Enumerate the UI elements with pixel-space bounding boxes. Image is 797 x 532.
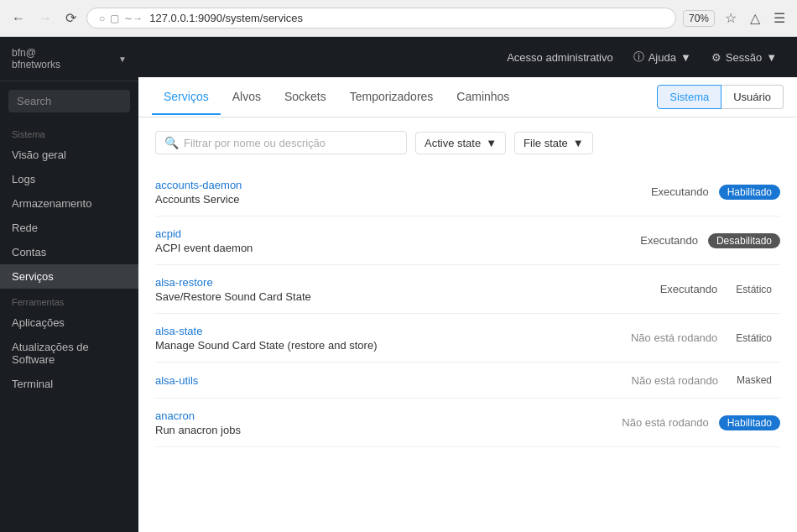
page-icon: ▢	[110, 13, 119, 24]
tab-servicos[interactable]: Serviços	[152, 80, 221, 115]
service-status: Não está rodando Habilitado	[622, 415, 780, 430]
ajuda-chevron-icon: ▼	[680, 51, 691, 64]
reload-button[interactable]: ⟳	[62, 8, 80, 28]
ajuda-icon: ⓘ	[633, 50, 644, 65]
service-status: Executando Estático	[660, 282, 780, 297]
address-bar-icons: ○ ▢ ∼→	[99, 13, 143, 24]
sidebar-item-atualizacoes[interactable]: Atualizações de Software	[0, 335, 138, 372]
service-running-status: Não está rodando	[631, 331, 717, 344]
service-description: Manage Sound Card State (restore and sto…	[155, 339, 631, 352]
zoom-badge[interactable]: 70%	[683, 10, 715, 27]
filter-bar: 🔍 Active state ▼ File state ▼	[155, 131, 780, 154]
service-running-status: Não está rodando	[622, 416, 708, 429]
active-state-dropdown[interactable]: Active state ▼	[415, 132, 506, 154]
sidebar: bfn@ bfnetworks ▼ Sistema Visão geral Lo…	[0, 37, 138, 532]
service-name-link[interactable]: anacron	[155, 409, 195, 422]
service-row: alsa-state Manage Sound Card State (rest…	[155, 314, 780, 362]
service-status: Executando Desabilitado	[640, 233, 780, 248]
service-status: Executando Habilitado	[651, 185, 780, 200]
page-tabs: Serviços Alvos Sockets Temporizadores Ca…	[138, 77, 797, 117]
service-name-link[interactable]: alsa-utils	[155, 374, 198, 387]
service-status: Não está rodando Estático	[631, 331, 780, 346]
app-wrapper: bfn@ bfnetworks ▼ Sistema Visão geral Lo…	[0, 37, 797, 532]
service-running-status: Executando	[651, 185, 709, 198]
tab-alvos[interactable]: Alvos	[221, 80, 273, 115]
user-info: bfn@ bfnetworks	[12, 47, 60, 70]
sidebar-item-aplicacoes[interactable]: Aplicações	[0, 310, 138, 335]
service-running-status: Executando	[660, 283, 718, 295]
back-button[interactable]: ←	[8, 9, 29, 28]
service-row: acpid ACPI event daemon Executando Desab…	[155, 216, 780, 265]
file-state-chevron-icon: ▼	[573, 137, 584, 149]
service-badge: Masked	[728, 373, 780, 388]
address-bar[interactable]: ○ ▢ ∼→ 127.0.0.1:9090/system/services	[86, 8, 676, 29]
sessao-chevron-icon: ▼	[766, 51, 777, 64]
service-name-link[interactable]: alsa-state	[155, 325, 202, 337]
services-content: 🔍 Active state ▼ File state ▼ accounts-d…	[138, 117, 797, 532]
service-description: Save/Restore Sound Card State	[155, 290, 660, 303]
service-description: ACPI event daemon	[155, 242, 640, 254]
shield-icon: ○	[99, 13, 105, 24]
service-name-link[interactable]: acpid	[155, 227, 181, 240]
browser-chrome: ← → ⟳ ○ ▢ ∼→ 127.0.0.1:9090/system/servi…	[0, 0, 797, 37]
service-row: alsa-utils Não está rodando Masked	[155, 362, 780, 399]
tab-temporizadores[interactable]: Temporizadores	[338, 80, 445, 115]
sidebar-item-armazenamento[interactable]: Armazenamento	[0, 191, 138, 216]
service-description: Accounts Service	[155, 193, 651, 206]
tab-caminhos[interactable]: Caminhos	[445, 80, 521, 115]
sidebar-item-visao-geral[interactable]: Visão geral	[0, 143, 138, 167]
user-handle: bfn@	[12, 47, 36, 59]
service-status: Não está rodando Masked	[632, 373, 780, 388]
profile-icon[interactable]: △	[747, 8, 763, 28]
sidebar-section-ferramentas: Ferramentas	[0, 289, 138, 310]
sidebar-item-contas[interactable]: Contas	[0, 240, 138, 264]
service-badge: Habilitado	[719, 415, 780, 430]
usuario-button[interactable]: Usuário	[721, 85, 784, 109]
sidebar-item-servicos[interactable]: Serviços	[0, 264, 138, 289]
user-chevron-icon: ▼	[118, 55, 127, 64]
sidebar-item-logs[interactable]: Logs	[0, 167, 138, 191]
ajuda-button[interactable]: ⓘ Ajuda ▼	[627, 45, 698, 69]
service-info: alsa-restore Save/Restore Sound Card Sta…	[155, 275, 660, 303]
topbar: Acesso administrativo ⓘ Ajuda ▼ ⚙ Sessão…	[138, 37, 797, 77]
service-info: alsa-state Manage Sound Card State (rest…	[155, 324, 631, 352]
sidebar-item-rede[interactable]: Rede	[0, 216, 138, 240]
service-list: accounts-daemon Accounts Service Executa…	[155, 168, 780, 447]
menu-icon[interactable]: ☰	[770, 8, 789, 28]
service-row: accounts-daemon Accounts Service Executa…	[155, 168, 780, 216]
service-badge: Estático	[727, 282, 780, 297]
forward-button[interactable]: →	[35, 9, 55, 28]
bookmark-icon[interactable]: ☆	[721, 8, 740, 28]
service-info: accounts-daemon Accounts Service	[155, 178, 651, 206]
service-info: acpid ACPI event daemon	[155, 227, 640, 254]
service-description: Run anacron jobs	[155, 424, 622, 436]
sidebar-user[interactable]: bfn@ bfnetworks ▼	[0, 37, 138, 81]
sidebar-item-terminal[interactable]: Terminal	[0, 372, 138, 396]
service-badge: Habilitado	[719, 185, 780, 200]
filter-search-container[interactable]: 🔍	[155, 131, 407, 154]
file-state-dropdown[interactable]: File state ▼	[514, 132, 593, 154]
service-row: anacron Run anacron jobs Não está rodand…	[155, 399, 780, 447]
sidebar-search-input[interactable]	[8, 90, 130, 112]
service-running-status: Executando	[640, 234, 698, 247]
service-name-link[interactable]: accounts-daemon	[155, 179, 242, 191]
sistema-button[interactable]: Sistema	[657, 85, 721, 109]
user-org: bfnetworks	[12, 59, 60, 70]
url-text: 127.0.0.1:9090/system/services	[149, 12, 664, 24]
content-area: Acesso administrativo ⓘ Ajuda ▼ ⚙ Sessão…	[138, 37, 797, 532]
tab-sockets[interactable]: Sockets	[273, 80, 338, 115]
sessao-button[interactable]: ⚙ Sessão ▼	[705, 47, 784, 68]
sidebar-section-sistema: Sistema	[0, 121, 138, 143]
acesso-label: Acesso administrativo	[507, 51, 612, 64]
service-name-link[interactable]: alsa-restore	[155, 276, 213, 289]
service-row: alsa-restore Save/Restore Sound Card Sta…	[155, 265, 780, 314]
active-state-chevron-icon: ▼	[486, 137, 497, 149]
filter-search-input[interactable]	[184, 137, 398, 149]
lock-icon: ∼→	[124, 13, 143, 24]
service-info: anacron Run anacron jobs	[155, 409, 622, 436]
service-running-status: Não está rodando	[632, 374, 718, 387]
page-tabs-right: Sistema Usuário	[657, 85, 784, 109]
service-badge: Estático	[727, 331, 780, 346]
search-icon: 🔍	[164, 136, 179, 149]
service-badge: Desabilitado	[708, 233, 780, 248]
